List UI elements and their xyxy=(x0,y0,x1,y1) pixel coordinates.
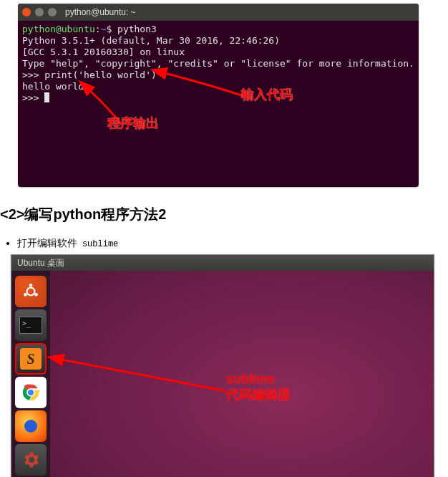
terminal-title-text: python@ubuntu: ~ xyxy=(65,7,136,17)
terminal-line: [GCC 5.3.1 20160330] on linux xyxy=(22,47,185,57)
window-minimize-icon[interactable] xyxy=(35,8,44,16)
ubuntu-desktop-screenshot: Ubuntu 桌面 S xyxy=(11,254,434,477)
svg-point-0 xyxy=(162,71,167,75)
launcher-settings-icon[interactable] xyxy=(15,444,47,476)
svg-point-1 xyxy=(87,88,92,92)
terminal-prompt-dollar: $ xyxy=(106,24,117,34)
svg-point-2 xyxy=(27,288,35,296)
unity-launcher: S xyxy=(11,271,50,477)
section-2-heading: <2>编写python程序方法2 xyxy=(0,205,448,224)
ubuntu-logo-icon xyxy=(21,282,40,301)
terminal-prompt-sep: : xyxy=(95,24,101,34)
terminal-prompt-user: python@ubuntu xyxy=(22,24,95,34)
terminal-repl-prompt: >>> xyxy=(22,92,44,103)
svg-point-3 xyxy=(29,284,33,287)
launcher-terminal-icon[interactable] xyxy=(15,309,47,341)
launcher-dash-icon[interactable] xyxy=(15,276,47,307)
ubuntu-desktop[interactable]: S xyxy=(11,271,434,477)
window-maximize-icon[interactable] xyxy=(48,8,57,16)
annotation-label-input-code: 输入代码 xyxy=(241,89,293,100)
terminal-command: python3 xyxy=(117,24,157,34)
terminal-line: hello world xyxy=(22,81,84,92)
annotation-arrow-sublime xyxy=(11,271,434,477)
bullet-list: 打开编辑软件 sublime xyxy=(0,237,448,250)
svg-point-4 xyxy=(34,293,38,297)
launcher-sublime-icon[interactable]: S xyxy=(15,343,47,375)
svg-point-5 xyxy=(24,293,27,297)
inline-code-sublime: sublime xyxy=(80,239,120,249)
ubuntu-title-text: Ubuntu 桌面 xyxy=(17,257,64,269)
terminal-line: >>> print('hello world') xyxy=(22,69,157,80)
chrome-icon xyxy=(20,382,42,403)
terminal-line: Python 3.5.1+ (default, Mar 30 2016, 22:… xyxy=(22,35,280,46)
terminal-line: Type "help", "copyright", "credits" or "… xyxy=(22,58,414,69)
terminal-window: python@ubuntu: ~ python@ubuntu:~$ python… xyxy=(18,4,419,187)
launcher-firefox-icon[interactable] xyxy=(15,410,47,442)
document-root: python@ubuntu: ~ python@ubuntu:~$ python… xyxy=(0,4,448,477)
annotation-sublime-line2: 代码编辑器 xyxy=(226,387,291,402)
terminal-body[interactable]: python@ubuntu:~$ python3 Python 3.5.1+ (… xyxy=(18,21,419,187)
terminal-cursor xyxy=(44,92,49,102)
bullet-item: 打开编辑软件 sublime xyxy=(17,237,448,250)
annotation-sublime-line1: sublime xyxy=(226,372,275,386)
terminal-titlebar: python@ubuntu: ~ xyxy=(18,4,419,21)
gear-icon xyxy=(21,450,41,470)
annotation-label-program-output: 程序输出 xyxy=(107,117,159,129)
bullet-text: 打开编辑软件 xyxy=(17,237,80,249)
ubuntu-titlebar: Ubuntu 桌面 xyxy=(11,255,434,271)
launcher-chrome-icon[interactable] xyxy=(15,377,47,408)
annotation-label-sublime: sublime 代码编辑器 xyxy=(226,371,291,403)
window-close-icon[interactable] xyxy=(22,8,31,16)
